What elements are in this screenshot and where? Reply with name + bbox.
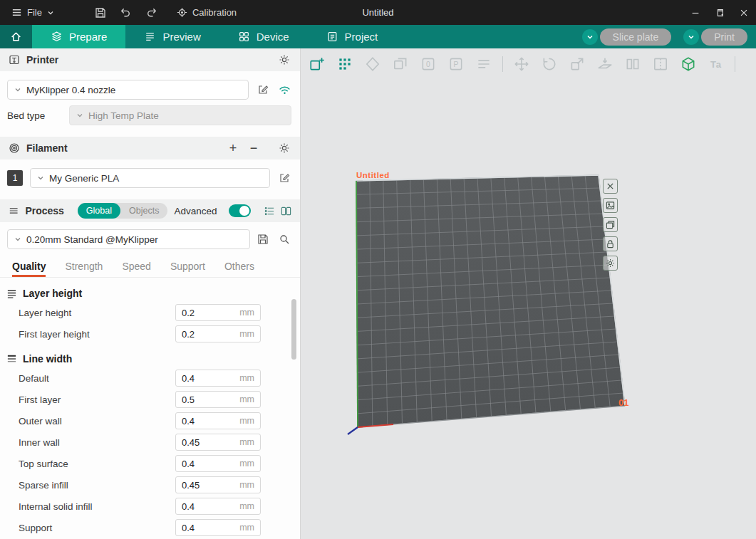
param-row-support: Support mm: [0, 517, 300, 538]
scope-global-button[interactable]: Global: [78, 203, 120, 219]
unit-label: mm: [239, 416, 260, 426]
compare-presets-icon[interactable]: [281, 206, 291, 216]
unit-label: mm: [239, 523, 260, 533]
support-line-width-input[interactable]: mm: [175, 519, 261, 536]
tab-support[interactable]: Support: [170, 261, 205, 277]
toggle-knob: [239, 206, 249, 216]
view-list-icon[interactable]: [264, 206, 275, 216]
param-row-outer-wall: Outer wall mm: [0, 410, 300, 431]
tab-preview[interactable]: Preview: [125, 25, 219, 48]
maximize-button[interactable]: [708, 0, 732, 25]
line-width-default-input[interactable]: mm: [175, 370, 261, 387]
gear-icon: [279, 54, 290, 66]
tab-quality[interactable]: Quality: [12, 261, 46, 277]
delete-plate-button[interactable]: [603, 179, 618, 194]
maximize-icon: [715, 8, 725, 18]
unit-label: mm: [239, 329, 260, 339]
rename-plate-button[interactable]: [603, 198, 618, 213]
search-icon[interactable]: [279, 234, 290, 245]
viewport-3d[interactable]: 0 P: [301, 48, 756, 539]
first-layer-height-input[interactable]: mm: [175, 325, 261, 342]
outer-wall-input[interactable]: mm: [175, 412, 261, 429]
add-filament-button[interactable]: +: [226, 141, 240, 155]
bed-type-select[interactable]: High Temp Plate: [69, 105, 291, 125]
internal-solid-infill-input[interactable]: mm: [175, 498, 261, 515]
close-icon: [739, 8, 749, 18]
close-button[interactable]: [732, 0, 756, 25]
file-menu-button[interactable]: File: [7, 7, 58, 18]
calibration-label: Calibration: [192, 7, 237, 18]
chevron-down-icon: [47, 9, 54, 16]
undo-button[interactable]: [117, 4, 135, 22]
printer-settings-button[interactable]: [277, 53, 291, 67]
filament-section-title: Filament: [26, 142, 68, 154]
file-menu-label: File: [27, 7, 42, 18]
edit-printer-button[interactable]: [256, 83, 270, 97]
layer-height-icon: [6, 288, 17, 299]
calibration-button[interactable]: Calibration: [177, 7, 237, 18]
edit-icon: [257, 84, 269, 95]
scrollbar-thumb[interactable]: [291, 299, 296, 360]
remove-filament-button[interactable]: −: [247, 141, 261, 155]
filament-preset-select[interactable]: My Generic PLA: [30, 168, 270, 188]
gear-icon: [279, 142, 290, 154]
printer-preset-select[interactable]: MyKlipper 0.4 nozzle: [7, 80, 249, 100]
sparse-infill-input[interactable]: mm: [175, 476, 261, 493]
chevron-down-icon: [586, 33, 594, 41]
lock-plate-button[interactable]: [603, 236, 618, 251]
print-options-dropdown[interactable]: [683, 29, 699, 45]
hamburger-icon: [11, 7, 22, 18]
scope-objects-button[interactable]: Objects: [120, 203, 167, 219]
tab-others[interactable]: Others: [224, 261, 254, 277]
plate-number-label: 01: [618, 397, 628, 408]
filament-settings-button[interactable]: [277, 141, 291, 155]
printer-connection-button[interactable]: [277, 83, 291, 97]
line-width-first-layer-input[interactable]: mm: [175, 391, 261, 408]
slice-options-dropdown[interactable]: [582, 29, 598, 45]
process-preset-select[interactable]: 0.20mm Standard @MyKlipper: [7, 229, 250, 249]
param-label: Inner wall: [19, 437, 175, 448]
print-action: Print: [683, 28, 747, 46]
tab-prepare[interactable]: Prepare: [32, 25, 125, 48]
minimize-button[interactable]: [683, 0, 708, 25]
print-button[interactable]: Print: [701, 28, 747, 46]
edit-filament-button[interactable]: [277, 171, 291, 185]
tab-project-label: Project: [345, 31, 378, 43]
unit-label: mm: [239, 480, 260, 490]
tab-speed[interactable]: Speed: [122, 261, 150, 277]
chevron-down-icon: [76, 112, 83, 119]
sidebar-scrollbar[interactable]: [291, 48, 296, 539]
param-row-line-width-first-layer: First layer mm: [0, 389, 300, 410]
plate-settings-button[interactable]: [603, 256, 618, 271]
image-icon: [606, 201, 615, 210]
tab-device[interactable]: Device: [219, 25, 308, 48]
redo-icon: [145, 6, 157, 19]
tab-strength[interactable]: Strength: [65, 261, 103, 277]
param-label: Layer height: [19, 308, 175, 318]
top-surface-input[interactable]: mm: [175, 455, 261, 472]
unit-label: mm: [239, 394, 260, 404]
plate-name-label[interactable]: Untitled: [356, 171, 390, 179]
tab-project[interactable]: Project: [308, 25, 397, 48]
plate-buttons: [603, 179, 618, 271]
slice-plate-button[interactable]: Slice plate: [600, 28, 672, 46]
group-title: Layer height: [23, 288, 82, 299]
printer-section-title: Printer: [26, 54, 58, 66]
advanced-toggle[interactable]: [229, 204, 251, 217]
chevron-down-icon: [14, 236, 21, 243]
printer-preset-value: MyKlipper 0.4 nozzle: [26, 85, 115, 95]
group-layer-height: Layer height: [0, 285, 300, 302]
preview-icon: [144, 31, 156, 43]
redo-button[interactable]: [143, 4, 161, 22]
duplicate-plate-button[interactable]: [603, 217, 618, 232]
save-button[interactable]: [91, 4, 110, 22]
slice-plate-action: Slice plate: [582, 28, 672, 46]
save-preset-icon[interactable]: [257, 234, 269, 245]
inner-wall-input[interactable]: mm: [175, 434, 261, 451]
home-button[interactable]: [0, 25, 32, 48]
build-plate-svg: [301, 48, 756, 539]
tab-prepare-label: Prepare: [69, 31, 107, 43]
process-scope-switch: Global Objects: [78, 203, 168, 219]
param-label: Outer wall: [19, 416, 175, 427]
layer-height-input[interactable]: mm: [175, 304, 261, 321]
